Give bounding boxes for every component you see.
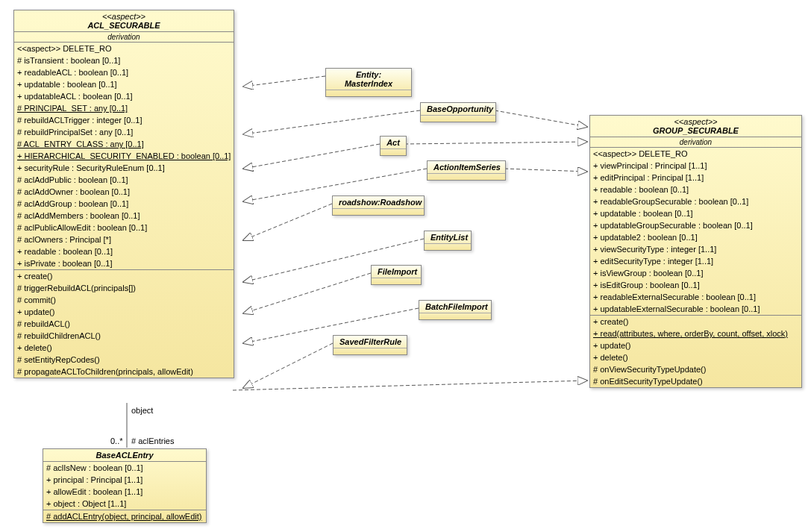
svg-line-0 [243,76,325,87]
member-row: + HIERARCHICAL_SECURITY_ENABLED : boolea… [14,150,234,162]
member-row: # PRINCIPAL_SET : any [0..1] [14,102,234,114]
member-row: # aclAddGroup : boolean [0..1] [14,198,234,210]
stereotype-label: <<aspect>> [593,117,798,126]
member-row: + readableGroupSecurable : boolean [0..1… [590,195,801,207]
member-row: + viewSecurityType : integer [1..1] [590,243,801,255]
member-row: # aclAddMembers : boolean [0..1] [14,210,234,222]
operations-section: + create()# triggerRebuildACL(principals… [14,270,234,378]
member-row: + object : Object [1..1] [43,498,206,510]
svg-line-11 [504,169,587,172]
member-row: # rebuildACL() [14,318,234,330]
member-row: + updatableGroupSecurable : boolean [0..… [590,219,801,231]
assoc-label-acl-entries: # aclEntries [131,436,174,445]
svg-line-12 [233,381,587,390]
member-row: # aclAddOwner : boolean [0..1] [14,186,234,198]
member-row: + principal : Principal [1..1] [43,474,206,486]
member-row: # aclPublicAllowEdit : boolean [0..1] [14,222,234,234]
class-name: Act [381,137,406,149]
member-row: + isViewGroup : boolean [0..1] [590,267,801,279]
member-row: + securityRule : SecurityRuleEnum [0..1] [14,162,234,174]
svg-line-9 [495,110,587,127]
class-name: GROUP_SECURABLE [593,126,798,135]
member-row: + updatable : boolean [0..1] [590,207,801,219]
class-name: BaseOpportunity [421,103,495,116]
class-header: <<aspect>> GROUP_SECURABLE [590,116,801,137]
class-master-index: Entity: MasterIndex [325,68,412,97]
member-row: # aclOwners : Principal [*] [14,234,234,245]
class-saved-filter-rule: SavedFilterRule [333,335,407,355]
member-row: # onViewSecurityTypeUpdate() [590,363,801,375]
member-row: + readableExternalSecurable : boolean [0… [590,291,801,303]
member-row: # setEntityRepCodes() [14,354,234,366]
assoc-label-object: object [131,406,153,415]
member-row: + readableACL : boolean [0..1] [14,66,234,78]
member-row: + updatable : boolean [0..1] [14,78,234,90]
attributes-section: # aclIsNew : boolean [0..1]+ principal :… [43,462,206,510]
class-name: Entity: MasterIndex [326,69,411,90]
member-row: + editSecurityType : integer [1..1] [590,255,801,267]
member-row: # aclIsNew : boolean [0..1] [43,462,206,474]
member-row: # ACL_ENTRY_CLASS : any [0..1] [14,138,234,150]
member-row: + readable : boolean [0..1] [14,245,234,257]
stereotype-label: <<aspect>> [17,12,231,21]
svg-line-8 [243,343,333,388]
svg-line-4 [243,204,332,240]
class-roadshow: roadshow:Roadshow [332,195,425,216]
class-name: SavedFilterRule [334,336,407,348]
class-act: Act [380,136,407,156]
class-name: roadshow:Roadshow [333,196,424,209]
svg-line-1 [243,110,420,134]
member-row: <<aspect>> DELETE_RO [590,148,801,160]
svg-line-10 [404,142,587,144]
class-entity-list: EntityList [424,231,472,251]
operations-section: + create()+ read(attributes, where, orde… [590,316,801,387]
member-row: + read(attributes, where, orderBy, count… [590,328,801,339]
class-header: BaseACLEntry [43,449,206,462]
class-file-import: FileImport [371,265,422,285]
member-row: + updatableExternalSecurable : boolean [… [590,303,801,315]
class-name: EntityList [425,231,471,244]
attributes-section: <<aspect>> DELETE_RO# isTransient : bool… [14,43,234,270]
member-row: + readable : boolean [0..1] [590,184,801,195]
class-name: ACL_SECURABLE [17,21,231,30]
member-row: + allowEdit : boolean [1..1] [43,486,206,498]
member-row: # propagateACLToChildren(principals, all… [14,366,234,378]
class-action-item-series: ActionItemSeries [427,160,506,181]
member-row: # commit() [14,294,234,306]
member-row: + isEditGroup : boolean [0..1] [590,279,801,291]
assoc-multiplicity: 0..* [110,436,123,445]
member-row: # rebuildChildrenACL() [14,330,234,342]
class-name: BaseACLEntry [46,451,203,460]
class-acl-securable: <<aspect>> ACL_SECURABLE derivation <<as… [13,10,234,378]
class-group-securable: <<aspect>> GROUP_SECURABLE derivation <<… [589,115,802,388]
svg-line-2 [243,144,380,169]
class-name: FileImport [372,266,421,278]
derivation-label: derivation [14,32,234,43]
member-row: + update() [590,339,801,351]
attributes-section: <<aspect>> DELETE_RO+ viewPrincipal : Pr… [590,148,801,316]
member-row: <<aspect>> DELETE_RO [14,43,234,54]
class-base-opportunity: BaseOpportunity [420,102,496,122]
class-base-acl-entry: BaseACLEntry # aclIsNew : boolean [0..1]… [43,448,207,523]
member-row: # aclAddPublic : boolean [0..1] [14,174,234,186]
class-name: BatchFileImport [419,301,491,313]
member-row: + create() [590,316,801,328]
member-row: # isTransient : boolean [0..1] [14,54,234,66]
member-row: + editPrincipal : Principal [1..1] [590,172,801,184]
class-batch-file-import: BatchFileImport [419,300,492,320]
member-row: + updatable2 : boolean [0..1] [590,231,801,243]
member-row: # onEditSecurityTypeUpdate() [590,375,801,387]
member-row: + update() [14,306,234,318]
member-row: # triggerRebuildACL(principals[]) [14,282,234,294]
svg-line-6 [243,273,371,313]
member-row: + delete() [590,351,801,363]
member-row: + viewPrincipal : Principal [1..1] [590,160,801,172]
member-row: # rebuildPrincipalSet : any [0..1] [14,126,234,138]
class-name: ActionItemSeries [428,161,505,174]
operations-section: # addACLEntry(object, principal, allowEd… [43,510,206,522]
member-row: + updatableACL : boolean [0..1] [14,90,234,102]
member-row: + create() [14,270,234,282]
member-row: # addACLEntry(object, principal, allowEd… [43,510,206,522]
class-header: <<aspect>> ACL_SECURABLE [14,10,234,32]
member-row: # rebuildACLTrigger : integer [0..1] [14,114,234,126]
